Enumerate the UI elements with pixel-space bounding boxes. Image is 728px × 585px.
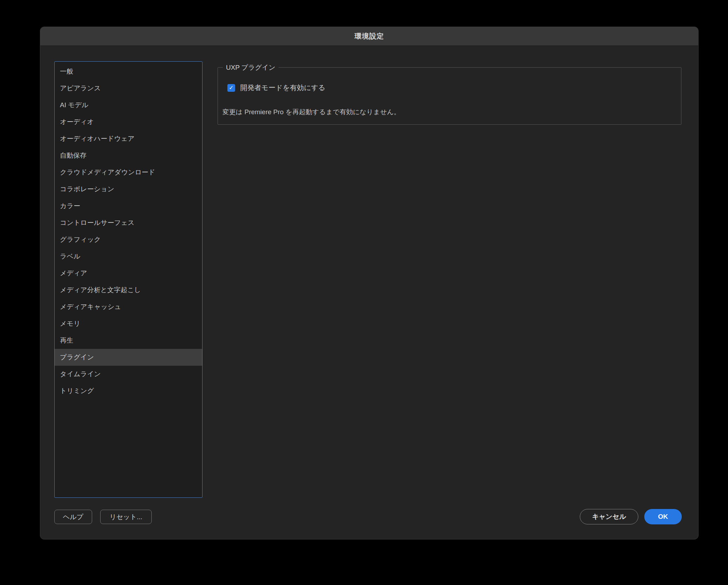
sidebar-item[interactable]: 再生 <box>55 332 202 349</box>
sidebar-item[interactable]: コントロールサーフェス <box>55 214 202 231</box>
sidebar-item[interactable]: カラー <box>55 198 202 214</box>
sidebar-item[interactable]: タイムライン <box>55 366 202 383</box>
developer-mode-checkbox[interactable]: ✓ <box>227 84 235 92</box>
checkmark-icon: ✓ <box>229 84 233 91</box>
reset-button[interactable]: リセット... <box>100 510 152 524</box>
ok-button[interactable]: OK <box>644 509 682 524</box>
sidebar-item[interactable]: メディア <box>55 265 202 282</box>
sidebar-item[interactable]: アピアランス <box>55 80 202 97</box>
sidebar-item[interactable]: メディアキャッシュ <box>55 298 202 315</box>
sidebar-item[interactable]: 自動保存 <box>55 147 202 164</box>
sidebar-item[interactable]: グラフィック <box>55 231 202 248</box>
developer-mode-row: ✓ 開発者モードを有効にする <box>227 83 325 92</box>
restart-note: 変更は Premiere Pro を再起動するまで有効になりません。 <box>222 108 400 117</box>
sidebar-item[interactable]: クラウドメディアダウンロード <box>55 164 202 181</box>
cancel-button[interactable]: キャンセル <box>580 509 638 524</box>
sidebar-item[interactable]: AI モデル <box>55 97 202 113</box>
sidebar-item[interactable]: メディア分析と文字起こし <box>55 282 202 298</box>
help-button[interactable]: ヘルプ <box>54 510 92 524</box>
sidebar-item[interactable]: メモリ <box>55 315 202 332</box>
sidebar-item[interactable]: ラベル <box>55 248 202 265</box>
window-title: 環境設定 <box>355 32 384 41</box>
preferences-category-list: 一般 アピアランス AI モデル オーディオ オーディオハードウェア 自動保存 … <box>54 61 202 498</box>
sidebar-item[interactable]: 一般 <box>55 63 202 80</box>
uxp-plugins-group: UXP プラグイン ✓ 開発者モードを有効にする 変更は Premiere Pr… <box>218 67 681 125</box>
titlebar: 環境設定 <box>40 27 698 46</box>
sidebar-item[interactable]: トリミング <box>55 383 202 399</box>
developer-mode-label[interactable]: 開発者モードを有効にする <box>240 83 325 92</box>
sidebar-item[interactable]: オーディオ <box>55 113 202 130</box>
sidebar-item[interactable]: オーディオハードウェア <box>55 130 202 147</box>
sidebar-item[interactable]: コラボレーション <box>55 181 202 198</box>
preferences-window: 環境設定 一般 アピアランス AI モデル オーディオ オーディオハードウェア … <box>40 27 699 539</box>
uxp-plugins-group-title: UXP プラグイン <box>223 63 279 72</box>
sidebar-item[interactable]: プラグイン <box>55 349 202 366</box>
